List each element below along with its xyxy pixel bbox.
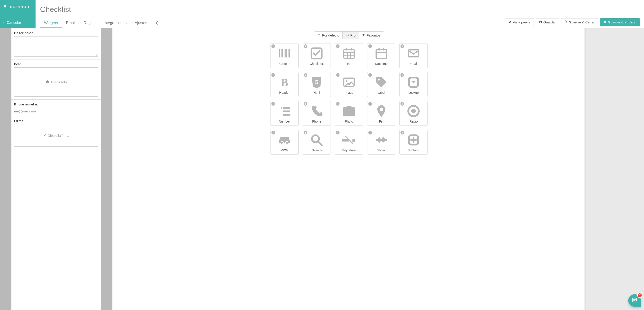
widget-label: Subform	[408, 148, 420, 152]
widget-card-radio[interactable]: iRadio	[399, 101, 428, 126]
widget-card-pin[interactable]: iPin	[367, 101, 396, 126]
subform-icon	[406, 133, 422, 147]
leaf-icon	[346, 33, 349, 37]
widget-card-header[interactable]: iHeader	[270, 72, 298, 97]
widget-grid: iBarcodeiCheckboxiDateiDatetimeiEmailiHe…	[270, 43, 428, 154]
info-icon[interactable]: i	[272, 102, 275, 106]
widget-card-label[interactable]: iLabel	[367, 72, 396, 97]
info-icon[interactable]: i	[368, 44, 372, 48]
info-icon[interactable]: i	[272, 131, 275, 134]
preview-button[interactable]: Vista previa	[505, 18, 534, 26]
firma-label: Firma	[14, 119, 98, 123]
widget-card-phone[interactable]: iPhone	[303, 101, 331, 126]
pin-icon	[374, 104, 389, 118]
editor-tabs: Widgets Email Reglas Integraciones Ajust…	[40, 19, 162, 28]
email-icon	[406, 47, 422, 60]
gallery-tab-default-label: Por defecto	[322, 33, 339, 37]
info-icon[interactable]: i	[400, 44, 404, 48]
widget-label: RDW	[281, 148, 288, 152]
descripcion-textarea[interactable]	[14, 36, 98, 57]
field-foto[interactable]: Foto Añadir foto	[12, 59, 101, 99]
save-close-label: Guardar & Cerrar	[569, 20, 595, 24]
checkbox-icon	[309, 47, 324, 60]
gallery-tab-pro[interactable]: Pro	[343, 32, 359, 39]
widget-card-signature[interactable]: iSignature	[335, 130, 363, 154]
widget-card-barcode[interactable]: iBarcode	[270, 43, 298, 68]
widget-card-search[interactable]: iSearch	[303, 130, 331, 154]
widget-card-number[interactable]: iNumber	[270, 101, 298, 126]
field-firma[interactable]: Firma Dibuje la firma	[12, 116, 101, 149]
info-icon[interactable]: i	[304, 44, 308, 48]
tab-integrations[interactable]: Integraciones	[100, 19, 131, 28]
info-icon[interactable]: i	[368, 102, 372, 106]
info-icon[interactable]: i	[400, 73, 404, 77]
widget-card-lookup[interactable]: iLookup	[399, 72, 428, 97]
leaf-icon	[3, 4, 7, 9]
brand-column: moreapp ← Cancelar	[0, 0, 36, 28]
save-button[interactable]: Guardar	[536, 18, 559, 26]
widget-label: Datetime	[375, 62, 388, 66]
gallery-tab-favorites[interactable]: Favoritos	[359, 32, 384, 39]
widget-card-html[interactable]: iHtml	[303, 72, 331, 97]
firma-placeholder-text: Dibuje la firma	[48, 134, 69, 137]
form-preview-column: Descripción Foto Añadir foto Env	[0, 28, 112, 310]
widget-card-datetime[interactable]: iDatetime	[367, 43, 396, 68]
info-icon[interactable]: i	[336, 102, 340, 106]
widget-label: Phone	[312, 120, 321, 123]
widget-label: Photo	[345, 120, 353, 123]
save-close-button[interactable]: Guardar & Cerrar	[561, 18, 598, 26]
star-icon	[362, 33, 365, 37]
info-icon[interactable]: i	[272, 44, 275, 48]
save-publish-button[interactable]: Guardar & Publicar	[600, 18, 640, 26]
info-icon[interactable]: i	[304, 73, 308, 77]
tab-widgets[interactable]: Widgets	[40, 19, 62, 28]
widget-card-email[interactable]: iEmail	[399, 43, 428, 68]
info-icon[interactable]: i	[304, 131, 308, 134]
radio-icon	[406, 104, 422, 118]
widget-card-date[interactable]: iDate	[335, 43, 363, 68]
widget-label: Search	[312, 148, 322, 152]
page-title: Checklist	[40, 5, 640, 14]
label-icon	[374, 75, 389, 89]
widget-card-slider[interactable]: iSlider	[367, 130, 396, 154]
info-icon[interactable]: i	[336, 73, 340, 77]
info-icon[interactable]: i	[336, 131, 340, 134]
widget-card-checkbox[interactable]: iCheckbox	[303, 43, 331, 68]
brand-logo[interactable]: moreapp	[0, 0, 36, 9]
widget-label: Image	[345, 91, 354, 94]
chat-fab[interactable]: 3	[628, 294, 641, 307]
info-icon[interactable]: i	[400, 102, 404, 106]
widget-label: Lookup	[408, 91, 419, 94]
info-icon[interactable]: i	[272, 73, 275, 77]
widget-card-photo[interactable]: iPhoto	[335, 101, 363, 126]
form-panel: Descripción Foto Añadir foto Env	[11, 28, 101, 310]
firma-dropzone[interactable]: Dibuje la firma	[14, 124, 98, 147]
editor-body: Descripción Foto Añadir foto Env	[0, 28, 644, 310]
action-bar: Vista previa Guardar Guardar & Cerrar	[505, 18, 642, 28]
info-icon[interactable]: i	[368, 131, 372, 134]
info-icon[interactable]: i	[400, 131, 404, 134]
cancel-button[interactable]: ← Cancelar	[0, 21, 36, 28]
signout-icon	[564, 20, 568, 24]
widget-card-subform[interactable]: iSubform	[399, 130, 428, 154]
html-icon	[309, 75, 324, 89]
tab-rules[interactable]: Reglas	[80, 19, 100, 28]
info-icon[interactable]: i	[368, 73, 372, 77]
datetime-icon	[374, 47, 389, 60]
widget-label: Html	[314, 91, 320, 94]
phone-icon	[309, 104, 324, 118]
widget-label: Email	[410, 62, 418, 66]
widget-card-rdw[interactable]: iRDW	[270, 130, 298, 154]
widget-label: Number	[279, 120, 290, 123]
widget-card-image[interactable]: iImage	[335, 72, 363, 97]
info-icon[interactable]: i	[304, 102, 308, 106]
tab-email[interactable]: Email	[62, 19, 80, 28]
gallery-tab-default[interactable]: Por defecto	[314, 32, 343, 39]
field-descripcion[interactable]: Descripción	[12, 28, 101, 59]
email-input[interactable]	[14, 107, 98, 113]
tabs-collapse-toggle[interactable]: ❮	[151, 19, 162, 28]
foto-dropzone[interactable]: Añadir foto	[14, 67, 98, 97]
field-email[interactable]: Enviar email a:	[12, 99, 101, 116]
tab-settings[interactable]: Ajustes	[131, 19, 151, 28]
info-icon[interactable]: i	[336, 44, 340, 48]
